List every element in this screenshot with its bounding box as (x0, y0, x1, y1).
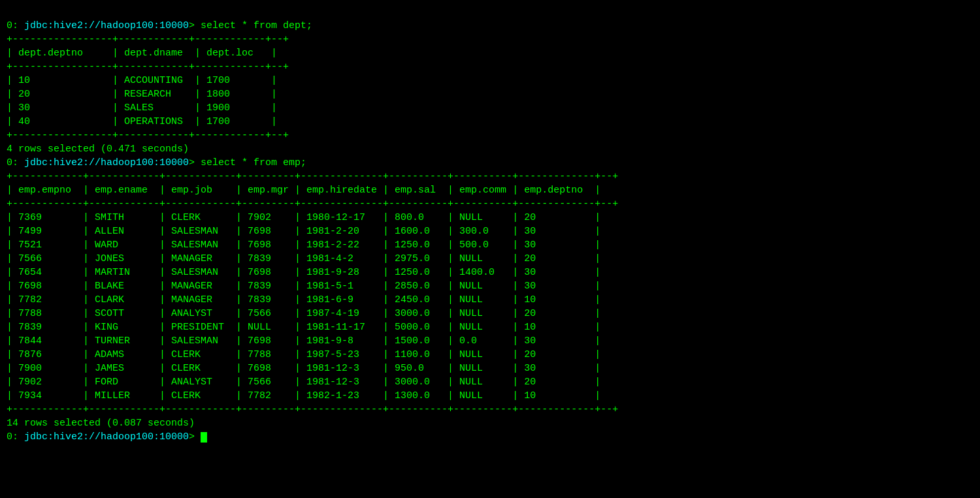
prev-line: 0: (7, 20, 24, 31)
cursor (201, 432, 207, 443)
terminal-output: 0: jdbc:hive2://hadoop100:10000> select … (7, 5, 973, 444)
